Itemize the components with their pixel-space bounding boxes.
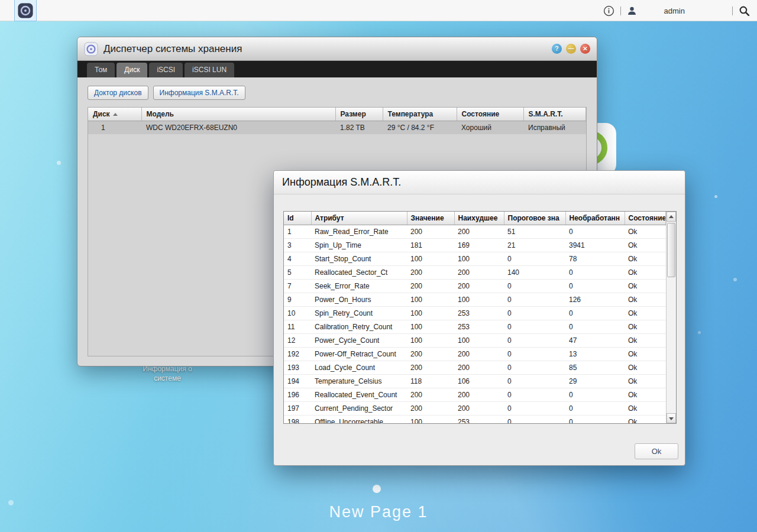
column-header-value[interactable]: Значение <box>407 212 454 225</box>
table-cell: 29 <box>565 375 625 388</box>
column-header-temperature[interactable]: Температура <box>383 108 457 121</box>
table-cell: 0 <box>565 266 625 280</box>
window-titlebar[interactable]: Диспетчер системы хранения ? — ✕ <box>77 37 597 61</box>
storage-app-icon <box>84 42 98 56</box>
minimize-button[interactable]: — <box>566 44 576 54</box>
column-header-worst[interactable]: Наихудшее <box>454 212 504 225</box>
tab-volume[interactable]: Том <box>87 63 115 77</box>
table-cell: 0 <box>504 320 565 334</box>
table-cell: 253 <box>454 307 504 320</box>
column-header-attribute[interactable]: Атрибут <box>311 212 407 225</box>
table-cell: 181 <box>407 239 454 252</box>
table-cell: 200 <box>407 361 454 375</box>
column-header-status[interactable]: Состояние <box>457 108 523 121</box>
table-row[interactable]: 193Load_Cycle_Count200200085Ok <box>284 361 666 375</box>
table-cell: 0 <box>565 225 625 239</box>
table-row[interactable]: 3Spin_Up_Time181169213941Ok <box>284 239 666 252</box>
column-header-raw[interactable]: Необработанн <box>565 212 625 225</box>
table-cell: 0 <box>504 334 565 348</box>
table-cell: Power_On_Hours <box>311 293 407 307</box>
help-button[interactable]: ? <box>552 44 562 54</box>
table-cell: 0 <box>565 416 625 424</box>
table-cell: 0 <box>504 348 565 361</box>
table-cell: Seek_Error_Rate <box>311 280 407 293</box>
table-row[interactable]: 192Power-Off_Retract_Count200200013Ok <box>284 348 666 361</box>
table-cell: Ok <box>625 388 666 402</box>
storage-app-icon <box>18 3 33 18</box>
disk-doctor-button[interactable]: Доктор дисков <box>88 86 148 100</box>
scrollbar-thumb[interactable] <box>667 223 675 277</box>
tab-disk[interactable]: Диск <box>117 63 147 77</box>
table-cell: 200 <box>407 402 454 416</box>
window-title: Диспетчер системы хранения <box>103 43 242 55</box>
table-cell: 21 <box>504 239 565 252</box>
table-cell: 106 <box>454 375 504 388</box>
table-row[interactable]: 196Reallocated_Event_Count20020000Ok <box>284 388 666 402</box>
column-header-model[interactable]: Модель <box>141 108 335 121</box>
dialog-title: Информация S.M.A.R.T. <box>282 176 401 189</box>
table-row[interactable]: 7Seek_Error_Rate20020000Ok <box>284 280 666 293</box>
table-cell: Ok <box>625 361 666 375</box>
user-icon[interactable] <box>627 6 637 16</box>
info-icon[interactable] <box>603 5 614 17</box>
table-cell: Ok <box>625 239 666 252</box>
table-row[interactable]: 4Start_Stop_Count100100078Ok <box>284 252 666 266</box>
table-cell: 1 <box>284 225 311 239</box>
table-row[interactable]: 197Current_Pending_Sector20020000Ok <box>284 402 666 416</box>
table-row[interactable]: 9Power_On_Hours1001000126Ok <box>284 293 666 307</box>
table-cell: Temperature_Celsius <box>311 375 407 388</box>
taskbar-app-tile[interactable] <box>14 0 37 21</box>
table-row[interactable]: 1Raw_Read_Error_Rate200200510Ok <box>284 225 666 239</box>
table-cell: Ok <box>625 225 666 239</box>
scrollbar-up-icon[interactable] <box>667 212 676 222</box>
table-cell: 200 <box>454 361 504 375</box>
table-cell: 3941 <box>565 239 625 252</box>
column-header-smart[interactable]: S.M.A.R.T. <box>523 108 586 121</box>
table-row[interactable]: 11Calibration_Retry_Count10025300Ok <box>284 320 666 334</box>
logged-in-user[interactable]: admin <box>664 7 685 15</box>
column-header-status[interactable]: Состояние <box>625 212 666 225</box>
table-cell: 51 <box>504 225 565 239</box>
table-cell: Ok <box>625 266 666 280</box>
table-row[interactable]: 194Temperature_Celsius118106029Ok <box>284 375 666 388</box>
table-cell: 200 <box>454 266 504 280</box>
tab-iscsi[interactable]: iSCSI <box>149 63 183 77</box>
table-cell: Calibration_Retry_Count <box>311 320 407 334</box>
topbar-separator <box>620 7 621 15</box>
cell-status: Хороший <box>457 121 523 135</box>
column-header-size[interactable]: Размер <box>335 108 383 121</box>
table-cell: 196 <box>284 388 311 402</box>
dialog-titlebar[interactable]: Информация S.M.A.R.T. <box>274 171 685 194</box>
close-button[interactable]: ✕ <box>580 44 590 54</box>
ok-button[interactable]: Ok <box>635 443 678 459</box>
table-cell: 198 <box>284 416 311 424</box>
column-header-threshold[interactable]: Пороговое зна <box>504 212 565 225</box>
scrollbar-down-icon[interactable] <box>667 413 676 423</box>
smart-info-button[interactable]: Информация S.M.A.R.T. <box>153 86 245 100</box>
table-cell: 100 <box>454 334 504 348</box>
disk-row-selected[interactable]: 1 WDC WD20EFRX-68EUZN0 1.82 TB 29 °C / 8… <box>88 121 586 135</box>
table-cell: 0 <box>504 252 565 266</box>
table-cell: 4 <box>284 252 311 266</box>
table-row[interactable]: 12Power_Cycle_Count100100047Ok <box>284 334 666 348</box>
table-cell: 100 <box>454 252 504 266</box>
table-cell: 140 <box>504 266 565 280</box>
table-cell: 0 <box>504 293 565 307</box>
cell-model: WDC WD20EFRX-68EUZN0 <box>141 121 335 135</box>
table-cell: 118 <box>407 375 454 388</box>
topbar-separator <box>732 7 733 15</box>
search-icon[interactable] <box>739 5 750 17</box>
smart-table-body: 1Raw_Read_Error_Rate200200510Ok3Spin_Up_… <box>284 225 666 424</box>
column-header-id[interactable]: Id <box>284 212 311 225</box>
sort-asc-icon <box>113 113 118 116</box>
table-cell: Spin_Up_Time <box>311 239 407 252</box>
table-row[interactable]: 10Spin_Retry_Count10025300Ok <box>284 307 666 320</box>
table-row[interactable]: 198Offline_Uncorrectable10025300Ok <box>284 416 666 424</box>
tab-iscsi-lun[interactable]: iSCSI LUN <box>185 63 234 77</box>
desktop-icon-label-system-info[interactable]: Информация о системе <box>134 364 201 383</box>
table-cell: 7 <box>284 280 311 293</box>
desktop-dot <box>714 195 717 198</box>
table-row[interactable]: 5Reallocated_Sector_Ct2002001400Ok <box>284 266 666 280</box>
column-header-disk[interactable]: Диск <box>88 108 141 121</box>
table-cell: 200 <box>407 225 454 239</box>
